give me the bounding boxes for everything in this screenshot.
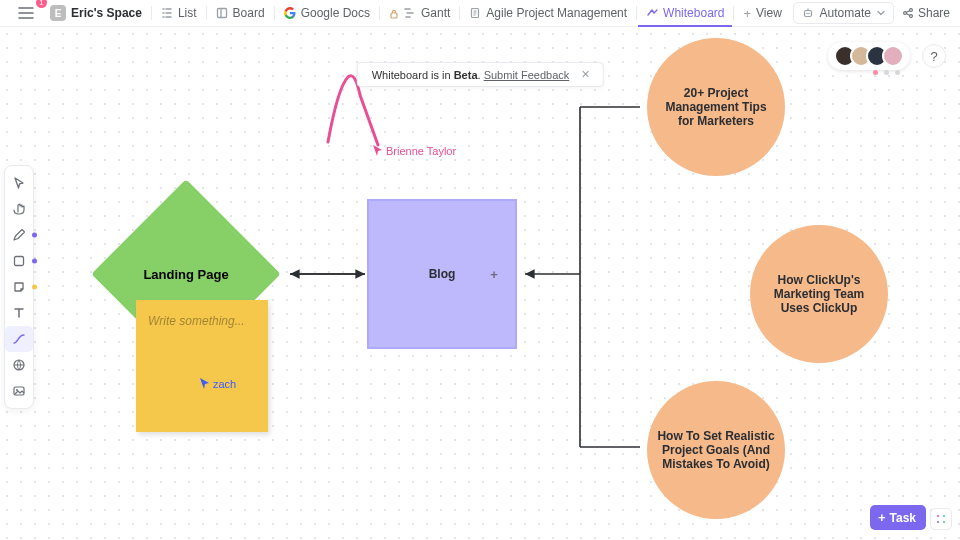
doc-icon — [469, 7, 481, 19]
automate-button[interactable]: Automate — [793, 2, 894, 24]
view-gantt[interactable]: Gantt — [381, 0, 458, 26]
svg-point-19 — [937, 515, 939, 517]
divider — [636, 6, 637, 20]
tool-hand[interactable] — [5, 196, 33, 222]
avatar[interactable] — [882, 45, 904, 67]
view-label: List — [178, 6, 197, 20]
svg-rect-15 — [15, 257, 24, 266]
node-circle-goals[interactable]: How To Set Realistic Project Goals (And … — [647, 381, 785, 519]
task-label: Task — [890, 511, 916, 525]
tool-text[interactable] — [5, 300, 33, 326]
beta-banner: Whiteboard is in Beta. Submit Feedback ✕ — [357, 62, 604, 87]
add-connector-button[interactable]: + — [487, 267, 501, 281]
divider — [151, 6, 152, 20]
divider — [459, 6, 460, 20]
carousel-dots — [873, 70, 900, 75]
view-agile[interactable]: Agile Project Management — [461, 0, 635, 26]
new-task-button[interactable]: + Task — [870, 505, 926, 530]
plus-icon: + — [878, 510, 886, 525]
share-button[interactable]: Share — [902, 6, 950, 20]
share-label: Share — [918, 6, 950, 20]
svg-point-7 — [910, 9, 913, 12]
automate-label: Automate — [820, 6, 871, 20]
sticky-note[interactable]: Write something... — [136, 300, 268, 432]
divider — [274, 6, 275, 20]
cursor-brienne: Brienne Taylor — [372, 144, 456, 158]
banner-text: Whiteboard is in Beta. Submit Feedback — [372, 69, 570, 81]
node-circle-tips[interactable]: 20+ Project Management Tips for Marketer… — [647, 38, 785, 176]
svg-rect-0 — [217, 9, 226, 18]
google-icon — [284, 7, 296, 19]
svg-point-5 — [808, 13, 810, 15]
submit-feedback-link[interactable]: Submit Feedback — [484, 69, 570, 81]
svg-point-22 — [943, 521, 945, 523]
node-label: Blog — [429, 267, 456, 281]
plus-icon: + — [743, 6, 751, 21]
node-label: 20+ Project Management Tips for Marketer… — [647, 86, 785, 128]
color-indicator — [32, 285, 37, 290]
tool-connector[interactable] — [5, 326, 33, 352]
node-label: How To Set Realistic Project Goals (And … — [647, 429, 785, 471]
view-label: Gantt — [421, 6, 450, 20]
view-label: Google Docs — [301, 6, 370, 20]
divider — [379, 6, 380, 20]
svg-point-8 — [910, 15, 913, 18]
space-icon: E — [50, 5, 66, 21]
divider — [733, 6, 734, 20]
close-icon[interactable]: ✕ — [579, 68, 592, 81]
view-label: View — [756, 6, 782, 20]
view-list[interactable]: List — [153, 0, 205, 26]
help-button[interactable]: ? — [922, 44, 946, 68]
lock-icon — [389, 8, 399, 18]
view-label: Agile Project Management — [486, 6, 627, 20]
color-indicator — [32, 259, 37, 264]
view-whiteboard[interactable]: Whiteboard — [638, 0, 732, 26]
top-bar: 1 E Eric's Space List Board Google Docs … — [0, 0, 960, 27]
robot-icon — [802, 7, 814, 19]
chevron-down-icon — [877, 9, 885, 17]
apps-grid-button[interactable] — [930, 508, 952, 530]
view-label: Board — [233, 6, 265, 20]
space-name: Eric's Space — [71, 6, 142, 20]
tool-shape[interactable] — [5, 248, 33, 274]
svg-point-4 — [806, 13, 808, 15]
svg-point-20 — [943, 515, 945, 517]
space-selector[interactable]: E Eric's Space — [42, 0, 150, 26]
tool-select[interactable] — [5, 170, 33, 196]
whiteboard-icon — [646, 7, 658, 19]
collaborator-avatars[interactable] — [828, 42, 910, 70]
add-view-button[interactable]: + View — [735, 0, 789, 26]
view-board[interactable]: Board — [208, 0, 273, 26]
share-icon — [902, 7, 914, 19]
tool-pen[interactable] — [5, 222, 33, 248]
node-blog[interactable]: Blog + — [367, 199, 517, 349]
whiteboard-canvas[interactable]: Whiteboard is in Beta. Submit Feedback ✕… — [0, 27, 960, 540]
menu-button[interactable]: 1 — [10, 0, 42, 26]
gantt-icon — [404, 7, 416, 19]
svg-rect-1 — [391, 13, 397, 18]
svg-point-6 — [904, 12, 907, 15]
left-toolbar — [4, 165, 34, 409]
divider — [206, 6, 207, 20]
grid-icon — [935, 513, 947, 525]
svg-rect-3 — [804, 11, 811, 17]
color-indicator — [32, 233, 37, 238]
node-circle-clickup-marketing[interactable]: How ClickUp's Marketing Team Uses ClickU… — [750, 225, 888, 363]
sticky-placeholder: Write something... — [148, 314, 256, 328]
tool-image[interactable] — [5, 378, 33, 404]
view-google-docs[interactable]: Google Docs — [276, 0, 378, 26]
node-label: How ClickUp's Marketing Team Uses ClickU… — [750, 273, 888, 315]
tool-sticky[interactable] — [5, 274, 33, 300]
view-label: Whiteboard — [663, 6, 724, 20]
svg-point-21 — [937, 521, 939, 523]
tool-web-embed[interactable] — [5, 352, 33, 378]
